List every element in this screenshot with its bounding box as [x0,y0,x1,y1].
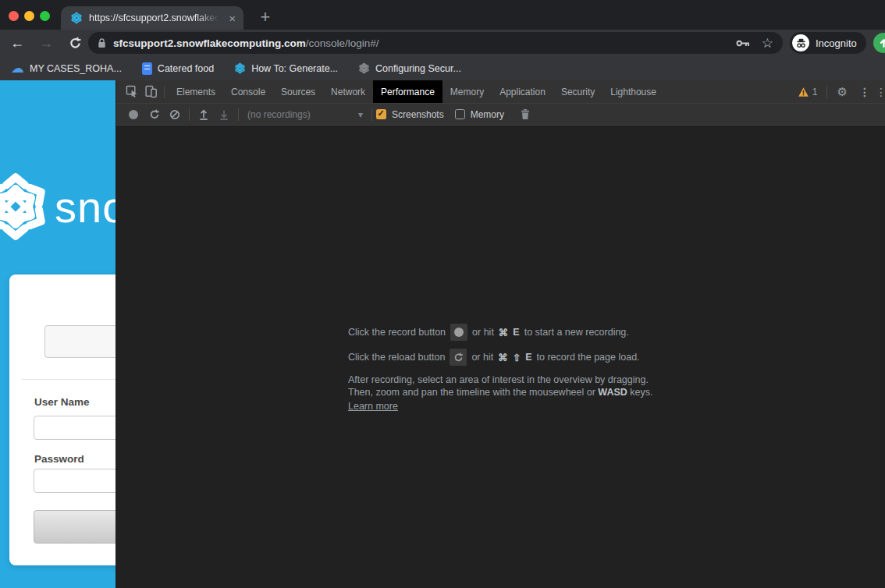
devtools-tab-bar: Elements Console Sources Network Perform… [116,80,885,104]
inspect-cursor-icon [126,85,139,98]
bookmark-star-icon[interactable]: ☆ [762,37,773,50]
tip-line: After recording, select an area of inter… [348,374,649,385]
devtools-tab-console[interactable]: Console [223,80,273,104]
snowflake-favicon-icon [70,12,83,24]
wasd-keys-label: WASD [598,387,627,398]
content-area: sno User Name Password [0,80,885,588]
bookmarks-bar: ☁ MY CASES_ROHA... Catered food How To: … [0,56,885,80]
instruction-text: to record the page load. [537,352,640,363]
devtools-tab-lighthouse[interactable]: Lighthouse [602,80,664,104]
username-field[interactable] [34,416,116,440]
key-label: E [513,327,519,338]
close-tab-icon[interactable]: × [229,12,236,24]
instruction-text: Click the record button [348,327,446,338]
divider [22,379,116,380]
snowflake-logo: sno [0,171,116,243]
recordings-dropdown[interactable]: (no recordings) ▾ [247,109,363,120]
incognito-label: Incognito [816,37,857,49]
load-profile-button[interactable] [194,105,214,124]
browser-window: https://sfcsupport2.snowflakec × + ← → s… [0,0,885,588]
divider [189,108,190,121]
bookmark-label: How To: Generate... [251,63,338,74]
maximize-window-button[interactable] [40,11,50,21]
reload-icon [149,109,160,120]
snowflake-icon [358,62,370,74]
url-path: /console/login#/ [306,37,379,49]
bookmark-configuring-secur[interactable]: Configuring Secur... [358,62,461,74]
devtools-panel: Elements Console Sources Network Perform… [116,80,885,588]
warning-count: 1 [812,87,818,97]
devtools-tab-application[interactable]: Application [492,80,553,104]
password-key-icon[interactable] [736,39,751,48]
snowflake-login-page: sno User Name Password [0,80,116,588]
cloud-icon: ☁ [11,62,24,75]
bookmark-label: Catered food [158,63,214,74]
snowflake-logo-icon [0,171,52,243]
reload-button[interactable] [63,30,87,56]
forward-button[interactable]: → [34,30,58,56]
incognito-badge[interactable]: Incognito [790,32,866,54]
memory-label: Memory [471,109,504,120]
screenshots-label: Screenshots [392,109,444,120]
record-button-inline-icon [450,324,467,341]
cmd-key-icon: ⌘ [499,327,509,338]
cmd-key-icon: ⌘ [498,352,508,363]
devtools-tab-sources[interactable]: Sources [273,80,323,104]
warning-triangle-icon [798,87,809,97]
browser-tab[interactable]: https://sfcsupport2.snowflakec × [61,6,243,30]
garbage-collect-button[interactable] [515,105,535,124]
trash-icon [520,109,531,120]
instruction-text: Click the reload button [348,352,445,363]
instruction-text: to start a new recording. [524,327,629,338]
password-field[interactable] [34,469,116,493]
devtools-tab-performance[interactable]: Performance [373,80,442,104]
screenshots-checkbox[interactable] [376,109,386,119]
memory-checkbox[interactable] [455,109,465,119]
google-doc-icon [142,62,152,75]
clipped-icon: ⋮ [876,86,883,98]
devtools-tab-network[interactable]: Network [323,80,373,104]
learn-more-link[interactable]: Learn more [348,400,398,413]
tab-strip: https://sfcsupport2.snowflakec × + [0,0,885,30]
minimize-window-button[interactable] [24,11,34,21]
devtools-settings-gear-icon[interactable]: ⚙ [831,85,854,99]
devtools-tab-memory[interactable]: Memory [442,80,492,104]
record-instruction-row: Click the record button or hit ⌘ E to st… [348,324,653,341]
bookmark-how-to-generate[interactable]: How To: Generate... [234,62,338,74]
tab-title: https://sfcsupport2.snowflakec [89,12,219,23]
url-bar[interactable]: sfcsupport2.snowflakecomputing.com/conso… [88,32,783,54]
incognito-icon [792,34,809,51]
record-button[interactable] [129,110,138,119]
lock-icon [98,38,106,48]
devtools-tab-security[interactable]: Security [553,80,602,104]
reload-and-record-button[interactable] [144,105,165,124]
profile-avatar[interactable] [873,33,885,53]
devtools-tab-bar-right: 1 ⚙ ⋮ ⋮ [798,85,885,99]
devtools-tab-elements[interactable]: Elements [169,80,223,104]
bookmark-my-cases[interactable]: ☁ MY CASES_ROHA... [11,62,122,75]
save-profile-button[interactable] [214,105,234,124]
inspect-element-button[interactable] [123,83,141,101]
back-button[interactable]: ← [5,30,29,56]
brand-text: sno [55,182,116,232]
recordings-dropdown-value: (no recordings) [247,109,311,120]
performance-toolbar: (no recordings) ▾ Screenshots Memory [116,104,885,126]
close-window-button[interactable] [9,11,19,21]
sso-selector[interactable] [44,325,116,358]
instruction-text: or hit [471,352,493,363]
bookmark-label: MY CASES_ROHA... [30,63,122,74]
bookmark-catered-food[interactable]: Catered food [142,62,214,75]
reload-instruction-row: Click the reload button or hit ⌘ ⇧ E to … [348,349,653,366]
new-tab-button[interactable]: + [254,7,276,29]
chevron-down-icon: ▾ [358,109,363,120]
performance-panel-content: Click the record button or hit ⌘ E to st… [116,126,885,588]
reload-button-inline-icon [450,349,467,366]
devtools-menu-dots-icon[interactable]: ⋮ [854,86,876,98]
login-button[interactable] [34,510,116,544]
snowflake-icon [234,62,246,74]
issues-warning-badge[interactable]: 1 [798,87,818,97]
device-toolbar-button[interactable] [141,83,160,101]
clear-icon [169,109,180,120]
clear-button[interactable] [165,105,185,124]
instruction-text: or hit [472,327,494,338]
